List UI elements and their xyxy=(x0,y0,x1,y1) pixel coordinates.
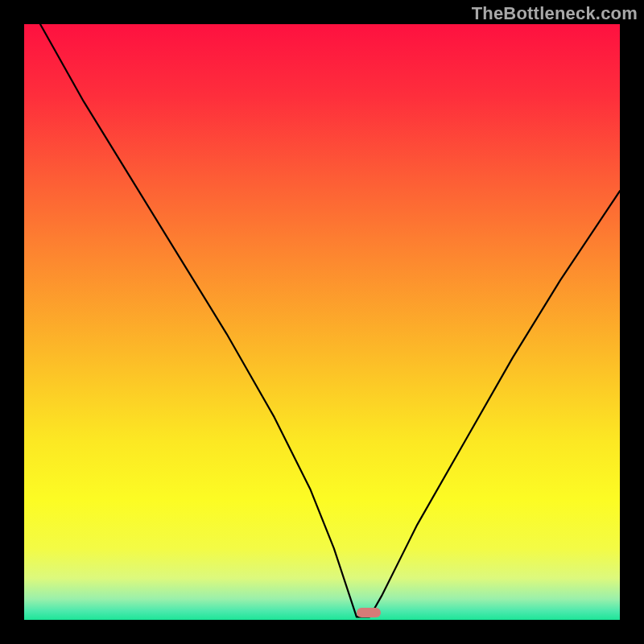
background-gradient xyxy=(24,24,620,620)
plot-area xyxy=(24,24,620,620)
chart-frame: TheBottleneck.com xyxy=(0,0,644,644)
watermark-text: TheBottleneck.com xyxy=(472,3,638,24)
optimal-marker xyxy=(357,608,381,617)
svg-rect-0 xyxy=(24,24,620,620)
